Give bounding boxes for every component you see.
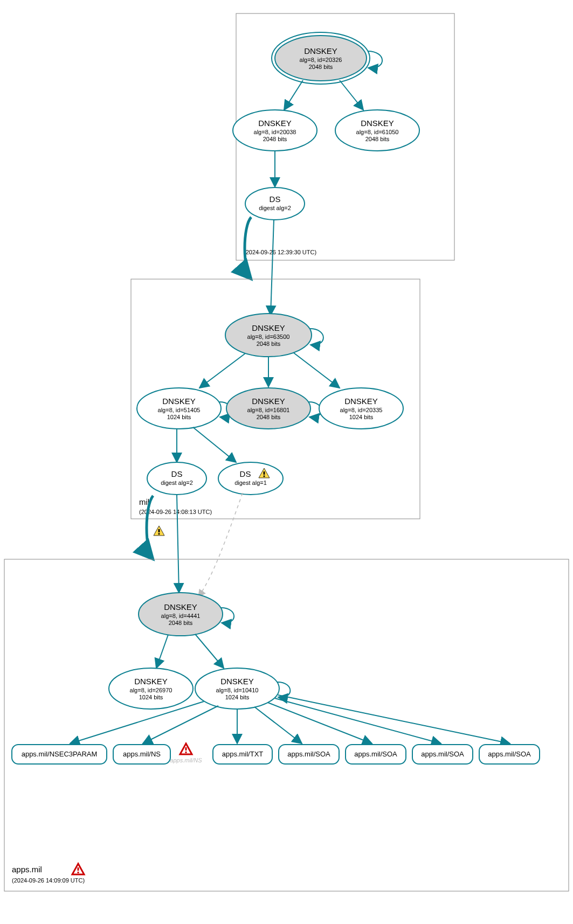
edge	[268, 703, 372, 744]
svg-text:2048 bits: 2048 bits	[169, 620, 193, 626]
svg-text:DS: DS	[270, 194, 281, 204]
svg-text:apps.mil/SOA: apps.mil/SOA	[354, 750, 397, 758]
edge	[271, 220, 274, 315]
zone-root-ts: (2024-09-26 12:39:30 UTC)	[244, 249, 316, 255]
zone-apps-label: apps.mil	[12, 865, 42, 874]
svg-text:DNSKEY: DNSKEY	[252, 397, 285, 406]
ds-alg2	[147, 462, 206, 495]
svg-text:apps.mil/SOA: apps.mil/SOA	[488, 750, 531, 758]
edge	[275, 698, 441, 744]
delegation-root-mil	[245, 217, 251, 279]
svg-text:alg=8, id=20038: alg=8, id=20038	[254, 129, 296, 135]
edge	[193, 427, 236, 462]
svg-text:digest alg=1: digest alg=1	[234, 480, 267, 486]
ds-root	[245, 187, 305, 220]
svg-text:apps.mil/TXT: apps.mil/TXT	[222, 750, 264, 758]
svg-text:1024 bits: 1024 bits	[225, 694, 250, 700]
edge	[195, 634, 224, 668]
svg-text:DNSKEY: DNSKEY	[252, 323, 285, 332]
zone-apps-ts: (2024-09-26 14:09:09 UTC)	[12, 877, 85, 884]
rec-ns-ghost: apps.mil/NS	[170, 757, 202, 763]
svg-text:DNSKEY: DNSKEY	[164, 602, 197, 612]
svg-text:1024 bits: 1024 bits	[139, 694, 163, 700]
dnssec-graph: . (2024-09-26 12:39:30 UTC) DNSKEY alg=8…	[0, 0, 573, 924]
svg-text:alg=8, id=4441: alg=8, id=4441	[161, 613, 201, 619]
svg-text:DNSKEY: DNSKEY	[134, 677, 168, 686]
edge	[156, 635, 168, 668]
svg-text:1024 bits: 1024 bits	[349, 414, 374, 420]
svg-text:alg=8, id=26970: alg=8, id=26970	[130, 687, 172, 693]
svg-text:2048 bits: 2048 bits	[365, 136, 390, 142]
svg-text:alg=8, id=16801: alg=8, id=16801	[247, 407, 290, 413]
svg-text:alg=8, id=51405: alg=8, id=51405	[158, 407, 201, 413]
svg-text:digest alg=2: digest alg=2	[259, 205, 291, 211]
svg-text:DNSKEY: DNSKEY	[304, 46, 337, 55]
svg-text:apps.mil/SOA: apps.mil/SOA	[287, 750, 330, 758]
svg-text:apps.mil/NSEC3PARAM: apps.mil/NSEC3PARAM	[22, 750, 98, 758]
edge	[294, 353, 340, 388]
edge	[340, 80, 363, 110]
svg-text:2048 bits: 2048 bits	[257, 414, 281, 420]
svg-text:DNSKEY: DNSKEY	[344, 397, 378, 406]
svg-text:DNSKEY: DNSKEY	[162, 397, 196, 406]
svg-text:alg=8, id=10410: alg=8, id=10410	[216, 687, 259, 693]
warning-icon	[154, 526, 164, 536]
error-icon	[180, 744, 192, 754]
svg-text:DS: DS	[240, 469, 251, 478]
zone-mil-ts: (2024-09-26 14:08:13 UTC)	[139, 509, 212, 515]
svg-text:DNSKEY: DNSKEY	[258, 119, 292, 128]
svg-text:alg=8, id=20335: alg=8, id=20335	[340, 407, 383, 413]
edge	[254, 707, 302, 744]
svg-text:2048 bits: 2048 bits	[257, 341, 281, 347]
ds-alg1	[218, 462, 283, 495]
error-icon	[72, 864, 84, 874]
svg-text:apps.mil/SOA: apps.mil/SOA	[421, 750, 464, 758]
svg-text:digest alg=2: digest alg=2	[161, 480, 193, 486]
svg-text:DS: DS	[171, 469, 183, 478]
svg-text:DNSKEY: DNSKEY	[361, 119, 394, 128]
svg-text:alg=8, id=63500: alg=8, id=63500	[247, 334, 290, 340]
svg-text:apps.mil/NS: apps.mil/NS	[123, 750, 161, 758]
edge	[143, 706, 218, 744]
edge	[278, 695, 510, 744]
zone-apps	[4, 559, 569, 891]
edge	[199, 353, 245, 388]
svg-text:2048 bits: 2048 bits	[309, 64, 333, 70]
svg-text:2048 bits: 2048 bits	[263, 136, 287, 142]
edge	[284, 80, 303, 110]
svg-text:DNSKEY: DNSKEY	[220, 677, 254, 686]
svg-text:alg=8, id=61050: alg=8, id=61050	[356, 129, 399, 135]
svg-text:1024 bits: 1024 bits	[167, 414, 191, 420]
svg-text:alg=8, id=20326: alg=8, id=20326	[300, 57, 342, 63]
